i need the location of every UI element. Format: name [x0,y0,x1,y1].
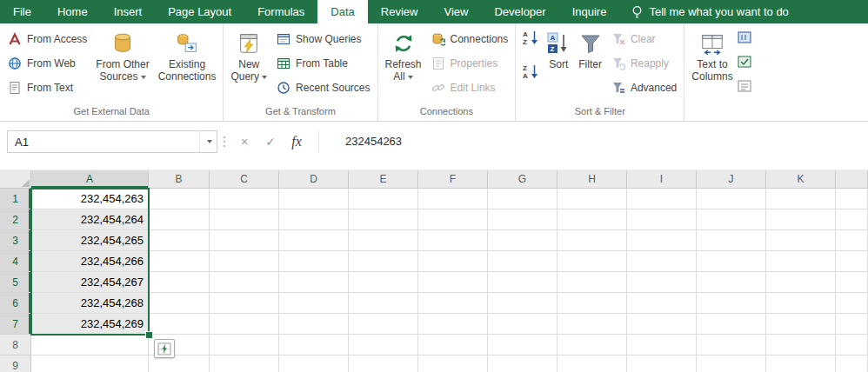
from-table-button[interactable]: From Table [271,51,374,76]
cell-h2[interactable] [558,209,627,230]
cell-c7[interactable] [210,314,279,335]
cancel-button[interactable]: × [231,130,257,153]
cell-e6[interactable] [349,293,418,314]
formula-input[interactable]: 232454263 [318,130,868,153]
cell-e4[interactable] [349,251,418,272]
cell-j7[interactable] [697,314,766,335]
recent-sources-button[interactable]: Recent Sources [271,76,374,100]
tell-me-box[interactable]: Tell me what you want to do [631,0,868,23]
column-header-j[interactable]: J [697,170,766,189]
cell-d6[interactable] [279,293,349,314]
row-header-7[interactable]: 7 [0,314,31,335]
cell-k9[interactable] [766,355,836,372]
cell-e5[interactable] [349,272,418,293]
cell-f7[interactable] [418,314,488,335]
clipped-ribbon-button[interactable] [738,76,755,100]
cell-a5[interactable]: 232,454,267 [31,272,149,293]
cell-e7[interactable] [349,314,418,335]
cell-a8[interactable] [31,335,149,355]
cell-j1[interactable] [697,189,766,209]
cell-b2[interactable] [149,209,210,230]
cell-a2[interactable]: 232,454,264 [31,209,149,230]
cell-g7[interactable] [488,314,558,335]
column-header-b[interactable]: B [149,170,210,189]
cell-b7[interactable] [149,314,210,335]
row-header-5[interactable]: 5 [0,272,31,293]
row-header-9[interactable]: 9 [0,355,31,372]
cell-h4[interactable] [558,251,627,272]
quick-analysis-button[interactable] [154,339,175,358]
cell-a6[interactable]: 232,454,268 [31,293,149,314]
name-box[interactable]: A1 [7,130,217,153]
column-header-k[interactable]: K [766,170,836,189]
cell-a9[interactable] [31,355,149,372]
cell-i4[interactable] [627,251,697,272]
tab-review[interactable]: Review [368,0,431,23]
cell-d8[interactable] [279,335,349,355]
cell-k5[interactable] [766,272,836,293]
cell-b1[interactable] [149,189,210,209]
tab-formulas[interactable]: Formulas [244,0,317,23]
name-box-dropdown[interactable] [199,131,217,152]
text-to-columns-button[interactable]: Text to Columns [687,24,737,105]
tab-file[interactable]: File [0,0,44,23]
cell-k1[interactable] [766,189,836,209]
cell-d1[interactable] [279,189,349,209]
show-queries-button[interactable]: Show Queries [271,27,374,51]
row-header-4[interactable]: 4 [0,251,31,272]
cell-d7[interactable] [279,314,349,335]
cell-c9[interactable] [210,355,279,372]
cell-g9[interactable] [488,355,558,372]
cell-h7[interactable] [558,314,627,335]
cell-d2[interactable] [279,209,349,230]
cell-j8[interactable] [697,335,766,355]
cell-i3[interactable] [627,230,697,251]
cell-i8[interactable] [627,335,697,355]
cell-c1[interactable] [210,189,279,209]
cell-f8[interactable] [418,335,488,355]
cell-d4[interactable] [279,251,349,272]
tab-inquire[interactable]: Inquire [559,0,620,23]
row-header-3[interactable]: 3 [0,230,31,251]
connections-button[interactable]: Connections [426,27,513,51]
sort-descending-button[interactable]: ZA [518,61,543,85]
cell-h3[interactable] [558,230,627,251]
cell-h8[interactable] [558,335,627,355]
column-header-c[interactable]: C [210,170,279,189]
cell-k4[interactable] [766,251,836,272]
cell-d9[interactable] [279,355,349,372]
cell-k6[interactable] [766,293,836,314]
cell-h5[interactable] [558,272,627,293]
fill-handle[interactable] [145,331,153,339]
column-header-d[interactable]: D [279,170,349,189]
column-header-e[interactable]: E [349,170,418,189]
cell-a1[interactable]: 232,454,263 [31,189,149,209]
cell-j9[interactable] [697,355,766,372]
cell-f9[interactable] [418,355,488,372]
cell-e3[interactable] [349,230,418,251]
cell-b5[interactable] [149,272,210,293]
cell-f4[interactable] [418,251,488,272]
cell-c5[interactable] [210,272,279,293]
tab-developer[interactable]: Developer [481,0,558,23]
from-web-button[interactable]: From Web [3,51,91,76]
cell-i2[interactable] [627,209,697,230]
clipped-ribbon-button[interactable] [738,27,755,51]
formula-bar-splitter[interactable] [217,130,231,153]
cell-h6[interactable] [558,293,627,314]
row-header-1[interactable]: 1 [0,189,31,209]
cell-a7[interactable]: 232,454,269 [31,314,149,335]
cell-g2[interactable] [488,209,558,230]
tab-view[interactable]: View [431,0,481,23]
tab-page-layout[interactable]: Page Layout [155,0,244,23]
from-access-button[interactable]: From Access [3,27,91,51]
cell-g6[interactable] [488,293,558,314]
tab-insert[interactable]: Insert [101,0,156,23]
cell-b3[interactable] [149,230,210,251]
filter-button[interactable]: Filter [574,24,606,105]
cell-a4[interactable]: 232,454,266 [31,251,149,272]
cell-e2[interactable] [349,209,418,230]
from-text-button[interactable]: From Text [3,76,91,100]
cell-c4[interactable] [210,251,279,272]
select-all-button[interactable] [0,170,31,189]
